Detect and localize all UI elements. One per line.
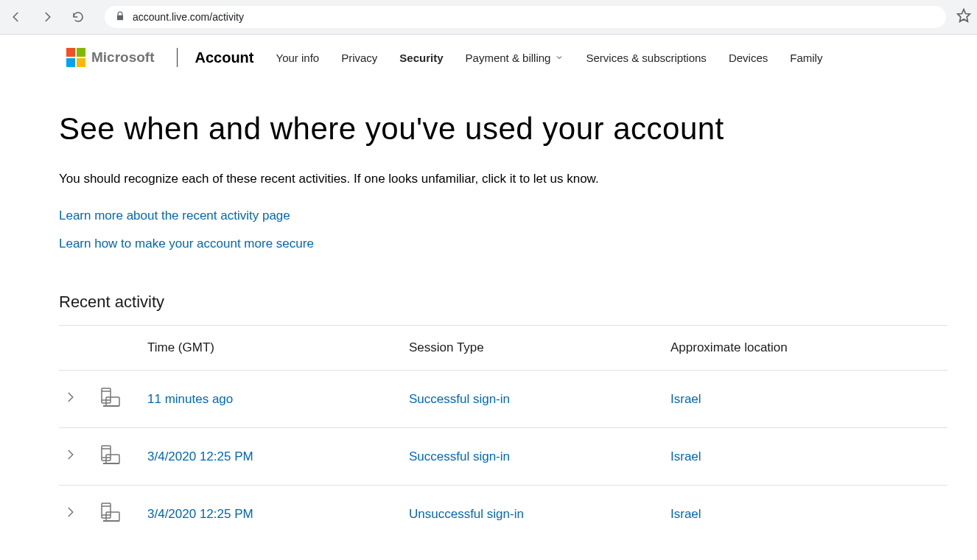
svg-rect-14 bbox=[106, 512, 119, 521]
cell-session: Successful sign-in bbox=[409, 428, 670, 486]
nav-item-privacy[interactable]: Privacy bbox=[341, 52, 377, 64]
svg-marker-0 bbox=[958, 10, 970, 22]
expand-icon bbox=[63, 391, 77, 407]
page-subtext: You should recognize each of these recen… bbox=[59, 172, 948, 186]
reload-button[interactable] bbox=[68, 7, 88, 27]
forward-button[interactable] bbox=[37, 7, 57, 27]
cell-time: 11 minutes ago bbox=[147, 371, 409, 428]
cell-location: Israel bbox=[670, 371, 948, 428]
activity-row[interactable]: 3/4/2020 12:25 PMUnsuccessful sign-inIsr… bbox=[59, 486, 948, 543]
cell-location: Israel bbox=[670, 428, 948, 486]
cell-session: Unsuccessful sign-in bbox=[409, 486, 670, 543]
nav-divider bbox=[177, 48, 178, 67]
cell-location: Israel bbox=[670, 486, 948, 543]
expand-icon bbox=[63, 448, 77, 465]
back-button[interactable] bbox=[6, 7, 27, 27]
microsoft-wordmark: Microsoft bbox=[91, 49, 155, 66]
bookmark-star-icon[interactable] bbox=[956, 8, 971, 26]
activity-row[interactable]: 3/4/2020 12:25 PMSuccessful sign-inIsrae… bbox=[59, 428, 948, 486]
nav-account[interactable]: Account bbox=[195, 49, 254, 66]
cell-session: Successful sign-in bbox=[409, 371, 670, 428]
nav-item-devices[interactable]: Devices bbox=[729, 52, 768, 64]
nav-links: Account Your infoPrivacySecurityPayment … bbox=[195, 49, 823, 66]
page-title: See when and where you've used your acco… bbox=[59, 111, 948, 147]
learn-link-0[interactable]: Learn more about the recent activity pag… bbox=[59, 209, 948, 223]
url-text: account.live.com/activity bbox=[133, 11, 244, 23]
device-icon bbox=[97, 500, 121, 528]
col-location: Approximate location bbox=[670, 326, 948, 371]
col-session: Session Type bbox=[409, 326, 670, 371]
cell-time: 3/4/2020 12:25 PM bbox=[147, 486, 409, 543]
nav-item-payment-billing[interactable]: Payment & billing bbox=[466, 52, 564, 64]
learn-link-1[interactable]: Learn how to make your account more secu… bbox=[59, 237, 948, 251]
lock-icon bbox=[115, 11, 125, 24]
device-icon bbox=[97, 443, 121, 470]
address-bar[interactable]: account.live.com/activity bbox=[105, 6, 946, 28]
col-time: Time (GMT) bbox=[147, 326, 409, 371]
cell-time: 3/4/2020 12:25 PM bbox=[147, 428, 409, 486]
activity-table: Time (GMT) Session Type Approximate loca… bbox=[59, 325, 948, 542]
svg-rect-4 bbox=[106, 397, 119, 406]
chevron-down-icon bbox=[555, 52, 564, 64]
nav-item-services-subscriptions[interactable]: Services & subscriptions bbox=[586, 52, 706, 64]
section-title: Recent activity bbox=[59, 293, 948, 312]
expand-icon bbox=[63, 505, 77, 522]
activity-row[interactable]: 11 minutes agoSuccessful sign-inIsrael bbox=[59, 371, 948, 428]
nav-item-security[interactable]: Security bbox=[399, 52, 443, 64]
top-nav: Microsoft Account Your infoPrivacySecuri… bbox=[0, 35, 977, 80]
device-icon bbox=[97, 385, 121, 413]
microsoft-logo[interactable]: Microsoft bbox=[66, 48, 155, 67]
microsoft-logo-icon bbox=[66, 48, 85, 67]
nav-item-your-info[interactable]: Your info bbox=[276, 52, 320, 64]
learn-links: Learn more about the recent activity pag… bbox=[59, 209, 948, 251]
svg-rect-9 bbox=[106, 455, 119, 463]
nav-item-family[interactable]: Family bbox=[790, 52, 822, 64]
browser-bar: account.live.com/activity bbox=[0, 0, 977, 35]
